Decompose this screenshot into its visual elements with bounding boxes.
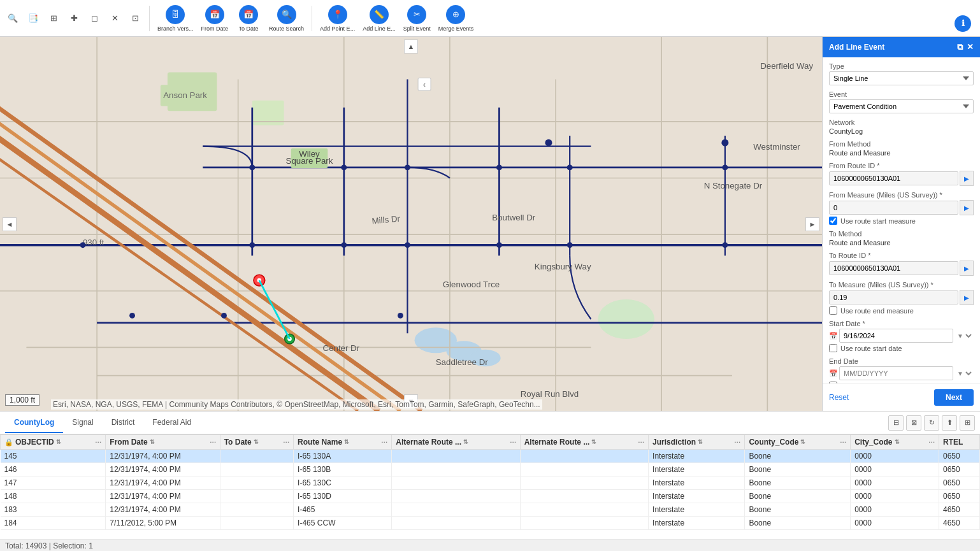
col-to-date: To Date ⇅ ⋯ xyxy=(220,435,293,450)
split-event-btn[interactable]: ✂ Split Event xyxy=(401,2,433,35)
sort-icon-county-code[interactable]: ⇅ xyxy=(800,439,805,445)
table-cell: 12/31/1974, 4:00 PM xyxy=(106,490,220,503)
panel-restore-icon[interactable]: ⧉ xyxy=(957,42,963,52)
table-cell: 0000 xyxy=(851,490,939,503)
col-menu-to-date[interactable]: ⋯ xyxy=(283,439,289,446)
use-start-date-checkbox[interactable] xyxy=(829,344,837,352)
tab-signal[interactable]: Signal xyxy=(63,413,102,433)
end-date-chevron[interactable]: ▼ xyxy=(955,369,974,378)
route-search-icon: 🔍 xyxy=(277,5,296,24)
sort-icon-route-name[interactable]: ⇅ xyxy=(344,439,349,445)
table-row[interactable]: 18312/31/1974, 4:00 PMI-465InterstateBoo… xyxy=(1,503,980,517)
table-row[interactable]: 14512/31/1974, 4:00 PMI-65 130AInterstat… xyxy=(1,450,980,463)
next-button[interactable]: Next xyxy=(934,389,974,406)
use-route-end-checkbox[interactable] xyxy=(829,306,837,315)
end-date-input[interactable] xyxy=(839,366,953,380)
from-route-id-btn[interactable]: ▶ xyxy=(960,171,974,186)
table-cell: 0000 xyxy=(851,450,939,463)
add-point-icon: 📍 xyxy=(328,5,347,24)
from-route-id-input[interactable] xyxy=(829,171,958,185)
to-method-field: To Method Route and Measure xyxy=(829,230,974,247)
table-cell: 0650 xyxy=(939,490,980,503)
table-row[interactable]: 14712/31/1974, 4:00 PMI-65 130CInterstat… xyxy=(1,476,980,490)
col-menu-from-date[interactable]: ⋯ xyxy=(210,439,216,446)
table-cell: 183 xyxy=(1,503,106,517)
branch-ver-btn[interactable]: 🗄 Branch Vers... xyxy=(155,2,196,35)
clear-btn[interactable]: ✕ xyxy=(106,10,124,27)
table-row[interactable]: 14612/31/1974, 4:00 PMI-65 130BInterstat… xyxy=(1,463,980,476)
tab-view-btn[interactable]: ⊞ xyxy=(960,415,975,431)
tab-federal-aid[interactable]: Federal Aid xyxy=(143,413,200,433)
svg-rect-0 xyxy=(0,37,822,411)
panel-header: Add Line Event ⧉ ✕ xyxy=(823,37,980,57)
col-menu-county-code[interactable]: ⋯ xyxy=(840,439,846,446)
tab-clear-btn[interactable]: ⊠ xyxy=(906,415,921,431)
map-nav-right[interactable]: ► xyxy=(805,217,819,231)
sort-icon-from-date[interactable]: ⇅ xyxy=(150,439,155,445)
type-select[interactable]: Single Line xyxy=(829,71,974,85)
col-menu-objectid[interactable]: ⋯ xyxy=(95,439,101,446)
select-btn[interactable]: ◻ xyxy=(85,10,103,27)
table-cell: 0000 xyxy=(851,517,939,530)
start-date-input[interactable] xyxy=(839,329,953,343)
add-line-btn[interactable]: 📏 Add Line E... xyxy=(360,2,398,35)
sort-icon-alt-route1[interactable]: ⇅ xyxy=(463,439,468,445)
network-field: Network CountyLog xyxy=(829,118,974,135)
tab-filter-btn[interactable]: ⊟ xyxy=(888,415,904,431)
from-measure-input[interactable] xyxy=(829,201,958,215)
table-cell xyxy=(220,490,293,503)
export-btn[interactable]: ⊡ xyxy=(126,10,144,27)
col-menu-route-name[interactable]: ⋯ xyxy=(381,439,387,446)
to-date-btn[interactable]: 📅 To Date xyxy=(233,2,264,35)
add-point-btn[interactable]: 📍 Add Point E... xyxy=(317,2,357,35)
to-measure-btn[interactable]: ▶ xyxy=(960,290,974,305)
to-measure-input[interactable] xyxy=(829,290,958,304)
to-measure-field: To Measure (Miles (US Survey)) * ▶ Use r… xyxy=(829,281,974,315)
bookmark-btn[interactable]: 📑 xyxy=(24,10,42,27)
map-nav-up[interactable]: ▲ xyxy=(404,39,418,54)
col-menu-alt-route1[interactable]: ⋯ xyxy=(510,439,516,446)
grid-btn[interactable]: ⊞ xyxy=(45,10,62,27)
info-btn[interactable]: ℹ xyxy=(955,15,971,32)
table-row[interactable]: 1847/11/2012, 5:00 PMI-465 CCWInterstate… xyxy=(1,517,980,530)
reset-button[interactable]: Reset xyxy=(829,393,849,402)
tab-refresh-btn[interactable]: ↻ xyxy=(924,415,939,431)
tab-county-log[interactable]: CountyLog xyxy=(5,413,63,433)
route-search-btn[interactable]: 🔍 Route Search xyxy=(266,2,306,35)
map-area[interactable]: Anson Park Wiley Square Park 930 ft Mill… xyxy=(0,37,822,411)
panel-close-icon[interactable]: ✕ xyxy=(967,42,974,52)
event-select[interactable]: Pavement Condition xyxy=(829,99,974,113)
col-menu-city-code[interactable]: ⋯ xyxy=(928,439,935,446)
col-objectid: 🔒 OBJECTID ⇅ ⋯ xyxy=(1,435,106,450)
search-tool-btn[interactable]: 🔍 xyxy=(4,10,22,27)
table-cell: I-65 130D xyxy=(294,490,392,503)
from-method-field: From Method Route and Measure xyxy=(829,140,974,157)
col-menu-alt-route2[interactable]: ⋯ xyxy=(638,439,644,446)
tab-district[interactable]: District xyxy=(103,413,144,433)
split-event-icon: ✂ xyxy=(407,5,426,24)
from-measure-btn[interactable]: ▶ xyxy=(960,200,974,215)
sort-icon-city-code[interactable]: ⇅ xyxy=(895,439,900,445)
tab-export-btn[interactable]: ⬆ xyxy=(942,415,957,431)
table-cell: 12/31/1974, 4:00 PM xyxy=(106,503,220,517)
from-date-btn[interactable]: 📅 From Date xyxy=(199,2,231,35)
main-content: Anson Park Wiley Square Park 930 ft Mill… xyxy=(0,37,980,411)
table-row[interactable]: 14812/31/1974, 4:00 PMI-65 130DInterstat… xyxy=(1,490,980,503)
svg-point-67 xyxy=(545,140,552,147)
to-method-label: To Method xyxy=(829,230,974,238)
use-route-start-checkbox[interactable] xyxy=(829,217,837,225)
start-date-chevron[interactable]: ▼ xyxy=(955,332,974,340)
to-route-id-btn[interactable]: ▶ xyxy=(960,261,974,276)
to-route-id-input[interactable] xyxy=(829,261,958,275)
col-menu-jurisdiction[interactable]: ⋯ xyxy=(734,439,740,446)
table-cell: I-465 xyxy=(294,503,392,517)
sort-icon-jurisdiction[interactable]: ⇅ xyxy=(698,439,703,445)
table-wrapper[interactable]: 🔒 OBJECTID ⇅ ⋯ From Date ⇅ ⋯ xyxy=(0,434,980,540)
map-nav-left[interactable]: ◄ xyxy=(3,217,17,231)
merge-events-btn[interactable]: ⊕ Merge Events xyxy=(436,2,477,35)
table-cell: 145 xyxy=(1,450,106,463)
sort-icon-to-date[interactable]: ⇅ xyxy=(254,439,259,445)
identify-btn[interactable]: ✚ xyxy=(65,10,83,27)
sort-icon-alt-route2[interactable]: ⇅ xyxy=(591,439,596,445)
sort-icon-objectid[interactable]: ⇅ xyxy=(56,439,61,445)
